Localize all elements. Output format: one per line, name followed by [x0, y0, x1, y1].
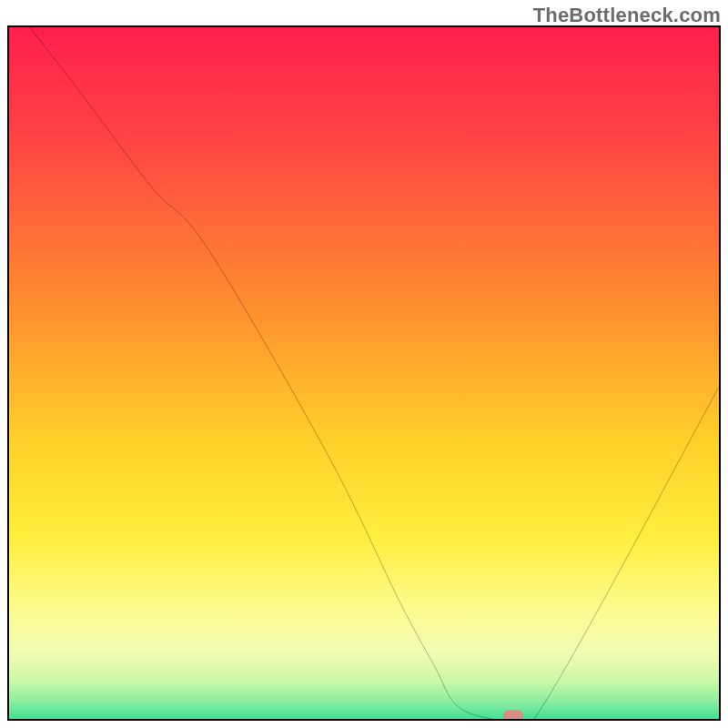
chart-container: TheBottleneck.com [0, 0, 728, 728]
watermark-text: TheBottleneck.com [533, 4, 721, 27]
sweet-spot-marker [503, 711, 523, 721]
plot-area [7, 25, 721, 721]
bottleneck-curve [9, 27, 719, 719]
